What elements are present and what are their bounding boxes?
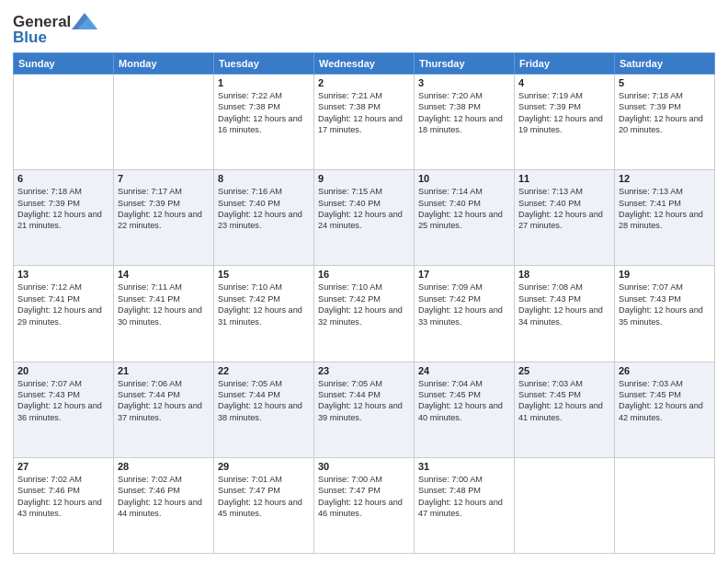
- page: General Blue SundayMondayTuesdayWednesda…: [0, 0, 728, 563]
- day-number: 21: [118, 365, 210, 376]
- calendar-week-row: 27Sunrise: 7:02 AM Sunset: 7:46 PM Dayli…: [14, 457, 715, 553]
- logo-icon: [72, 13, 97, 29]
- day-number: 26: [619, 365, 711, 376]
- day-number: 9: [318, 173, 410, 184]
- calendar-week-row: 13Sunrise: 7:12 AM Sunset: 7:41 PM Dayli…: [14, 266, 715, 362]
- day-number: 13: [17, 269, 109, 280]
- day-number: 2: [318, 77, 410, 88]
- calendar-cell: 3Sunrise: 7:20 AM Sunset: 7:38 PM Daylig…: [415, 75, 515, 170]
- calendar-cell: 9Sunrise: 7:15 AM Sunset: 7:40 PM Daylig…: [314, 170, 415, 266]
- day-number: 23: [318, 365, 410, 376]
- calendar-cell: 20Sunrise: 7:07 AM Sunset: 7:43 PM Dayli…: [14, 362, 114, 457]
- day-number: 3: [418, 77, 510, 88]
- day-number: 7: [118, 173, 210, 184]
- calendar-cell: 25Sunrise: 7:03 AM Sunset: 7:45 PM Dayli…: [515, 362, 615, 457]
- day-number: 4: [518, 77, 610, 88]
- day-number: 28: [118, 461, 210, 472]
- day-info: Sunrise: 7:21 AM Sunset: 7:38 PM Dayligh…: [318, 90, 410, 136]
- day-info: Sunrise: 7:13 AM Sunset: 7:40 PM Dayligh…: [518, 186, 610, 232]
- day-info: Sunrise: 7:20 AM Sunset: 7:38 PM Dayligh…: [418, 90, 510, 136]
- day-info: Sunrise: 7:04 AM Sunset: 7:45 PM Dayligh…: [418, 378, 510, 424]
- calendar-cell: 24Sunrise: 7:04 AM Sunset: 7:45 PM Dayli…: [415, 362, 515, 457]
- calendar-cell: 27Sunrise: 7:02 AM Sunset: 7:46 PM Dayli…: [14, 457, 114, 553]
- calendar-cell: 31Sunrise: 7:00 AM Sunset: 7:48 PM Dayli…: [415, 457, 515, 553]
- day-info: Sunrise: 7:06 AM Sunset: 7:44 PM Dayligh…: [118, 378, 210, 424]
- day-info: Sunrise: 7:19 AM Sunset: 7:39 PM Dayligh…: [518, 90, 610, 136]
- day-info: Sunrise: 7:07 AM Sunset: 7:43 PM Dayligh…: [17, 378, 109, 424]
- day-info: Sunrise: 7:00 AM Sunset: 7:48 PM Dayligh…: [418, 474, 510, 520]
- day-number: 29: [218, 461, 310, 472]
- day-number: 6: [17, 173, 109, 184]
- day-info: Sunrise: 7:00 AM Sunset: 7:47 PM Dayligh…: [318, 474, 410, 520]
- calendar-cell: [14, 75, 114, 170]
- calendar-cell: 11Sunrise: 7:13 AM Sunset: 7:40 PM Dayli…: [515, 170, 615, 266]
- calendar-cell: 17Sunrise: 7:09 AM Sunset: 7:42 PM Dayli…: [415, 266, 515, 362]
- day-number: 1: [218, 77, 310, 88]
- day-info: Sunrise: 7:08 AM Sunset: 7:43 PM Dayligh…: [518, 282, 610, 327]
- day-number: 25: [518, 365, 610, 376]
- day-info: Sunrise: 7:10 AM Sunset: 7:42 PM Dayligh…: [318, 282, 410, 327]
- day-number: 5: [619, 77, 711, 88]
- calendar-cell: 8Sunrise: 7:16 AM Sunset: 7:40 PM Daylig…: [214, 170, 314, 266]
- calendar-cell: 7Sunrise: 7:17 AM Sunset: 7:39 PM Daylig…: [114, 170, 214, 266]
- day-number: 11: [518, 173, 610, 184]
- day-number: 27: [17, 461, 109, 472]
- calendar-week-row: 20Sunrise: 7:07 AM Sunset: 7:43 PM Dayli…: [14, 362, 715, 457]
- day-info: Sunrise: 7:05 AM Sunset: 7:44 PM Dayligh…: [318, 378, 410, 424]
- calendar-cell: [615, 457, 715, 553]
- day-of-week-header: Wednesday: [314, 53, 415, 75]
- logo: General Blue: [13, 13, 97, 47]
- day-info: Sunrise: 7:16 AM Sunset: 7:40 PM Dayligh…: [218, 186, 310, 232]
- day-number: 17: [418, 269, 510, 280]
- day-info: Sunrise: 7:12 AM Sunset: 7:41 PM Dayligh…: [17, 282, 109, 327]
- day-number: 15: [218, 269, 310, 280]
- day-number: 12: [619, 173, 711, 184]
- day-number: 8: [218, 173, 310, 184]
- day-info: Sunrise: 7:11 AM Sunset: 7:41 PM Dayligh…: [118, 282, 210, 327]
- day-number: 14: [118, 269, 210, 280]
- calendar-cell: 19Sunrise: 7:07 AM Sunset: 7:43 PM Dayli…: [615, 266, 715, 362]
- day-of-week-header: Saturday: [615, 53, 715, 75]
- day-number: 19: [619, 269, 711, 280]
- calendar-cell: 29Sunrise: 7:01 AM Sunset: 7:47 PM Dayli…: [214, 457, 314, 553]
- calendar-week-row: 6Sunrise: 7:18 AM Sunset: 7:39 PM Daylig…: [14, 170, 715, 266]
- calendar-cell: 23Sunrise: 7:05 AM Sunset: 7:44 PM Dayli…: [314, 362, 415, 457]
- calendar-cell: 12Sunrise: 7:13 AM Sunset: 7:41 PM Dayli…: [615, 170, 715, 266]
- day-info: Sunrise: 7:05 AM Sunset: 7:44 PM Dayligh…: [218, 378, 310, 424]
- calendar-cell: 26Sunrise: 7:03 AM Sunset: 7:45 PM Dayli…: [615, 362, 715, 457]
- day-info: Sunrise: 7:17 AM Sunset: 7:39 PM Dayligh…: [118, 186, 210, 232]
- calendar-table: SundayMondayTuesdayWednesdayThursdayFrid…: [13, 52, 715, 554]
- day-info: Sunrise: 7:10 AM Sunset: 7:42 PM Dayligh…: [218, 282, 310, 327]
- day-number: 18: [518, 269, 610, 280]
- calendar-cell: 18Sunrise: 7:08 AM Sunset: 7:43 PM Dayli…: [515, 266, 615, 362]
- calendar-cell: 1Sunrise: 7:22 AM Sunset: 7:38 PM Daylig…: [214, 75, 314, 170]
- day-number: 22: [218, 365, 310, 376]
- day-info: Sunrise: 7:13 AM Sunset: 7:41 PM Dayligh…: [619, 186, 711, 232]
- calendar-cell: 13Sunrise: 7:12 AM Sunset: 7:41 PM Dayli…: [14, 266, 114, 362]
- calendar-cell: 14Sunrise: 7:11 AM Sunset: 7:41 PM Dayli…: [114, 266, 214, 362]
- day-info: Sunrise: 7:03 AM Sunset: 7:45 PM Dayligh…: [619, 378, 711, 424]
- calendar-cell: 21Sunrise: 7:06 AM Sunset: 7:44 PM Dayli…: [114, 362, 214, 457]
- day-info: Sunrise: 7:09 AM Sunset: 7:42 PM Dayligh…: [418, 282, 510, 327]
- day-number: 16: [318, 269, 410, 280]
- calendar-cell: 22Sunrise: 7:05 AM Sunset: 7:44 PM Dayli…: [214, 362, 314, 457]
- day-of-week-header: Thursday: [415, 53, 515, 75]
- calendar-cell: 15Sunrise: 7:10 AM Sunset: 7:42 PM Dayli…: [214, 266, 314, 362]
- calendar-cell: 16Sunrise: 7:10 AM Sunset: 7:42 PM Dayli…: [314, 266, 415, 362]
- day-of-week-header: Friday: [515, 53, 615, 75]
- day-info: Sunrise: 7:18 AM Sunset: 7:39 PM Dayligh…: [17, 186, 109, 232]
- day-info: Sunrise: 7:01 AM Sunset: 7:47 PM Dayligh…: [218, 474, 310, 520]
- day-number: 30: [318, 461, 410, 472]
- day-info: Sunrise: 7:02 AM Sunset: 7:46 PM Dayligh…: [118, 474, 210, 520]
- day-of-week-header: Monday: [114, 53, 214, 75]
- day-number: 10: [418, 173, 510, 184]
- calendar-cell: 10Sunrise: 7:14 AM Sunset: 7:40 PM Dayli…: [415, 170, 515, 266]
- calendar-week-row: 1Sunrise: 7:22 AM Sunset: 7:38 PM Daylig…: [14, 75, 715, 170]
- day-of-week-header: Sunday: [14, 53, 114, 75]
- day-number: 20: [17, 365, 109, 376]
- day-info: Sunrise: 7:14 AM Sunset: 7:40 PM Dayligh…: [418, 186, 510, 232]
- day-info: Sunrise: 7:03 AM Sunset: 7:45 PM Dayligh…: [518, 378, 610, 424]
- calendar-cell: 5Sunrise: 7:18 AM Sunset: 7:39 PM Daylig…: [615, 75, 715, 170]
- day-info: Sunrise: 7:07 AM Sunset: 7:43 PM Dayligh…: [619, 282, 711, 327]
- calendar-cell: 6Sunrise: 7:18 AM Sunset: 7:39 PM Daylig…: [14, 170, 114, 266]
